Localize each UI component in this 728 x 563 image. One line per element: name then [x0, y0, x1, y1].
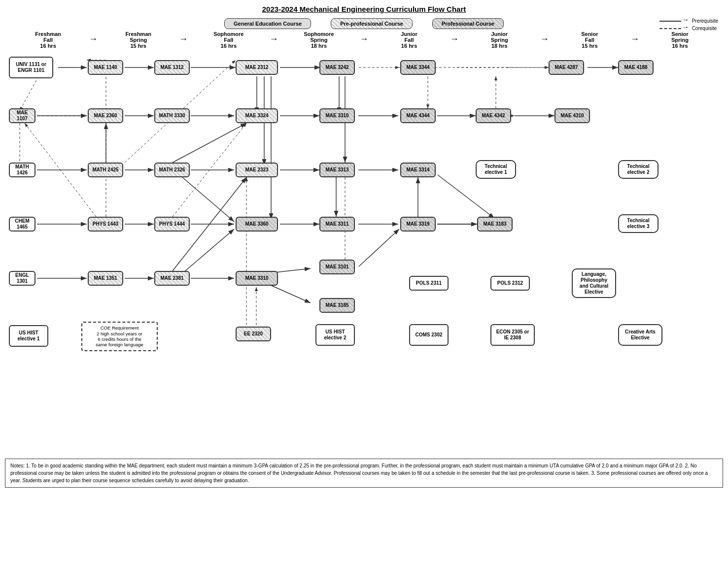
course-mae2360[interactable]: MAE 2360 — [88, 108, 123, 123]
arrow-3: → — [268, 31, 279, 44]
course-mae2381[interactable]: MAE 2381 — [154, 271, 190, 286]
notes-text: Notes: 1. To be in good academic standin… — [10, 463, 708, 483]
course-coms2302[interactable]: COMS 2302 — [409, 324, 449, 346]
course-phys1443[interactable]: PHYS 1443 — [88, 217, 123, 232]
sem-freshman-spring: FreshmanSpring15 hrs — [99, 31, 177, 49]
course-phys1444[interactable]: PHYS 1444 — [154, 217, 190, 232]
course-tech-elective3[interactable]: Technical elective 3 — [618, 214, 659, 233]
prereq-label: Prerequisite — [692, 18, 718, 24]
flowchart-area: UNIV 1131 or ENGR 1101 MAE 1140 MAE 1312… — [5, 52, 723, 456]
course-tech-elective2[interactable]: Technical elective 2 — [618, 160, 659, 179]
course-math2326[interactable]: MATH 2326 — [154, 163, 190, 177]
course-chem1465[interactable]: CHEM 1465 — [9, 217, 35, 232]
arrow-4: → — [358, 31, 370, 44]
svg-line-49 — [182, 229, 234, 273]
sem-sophomore-spring: SophomoreSpring18 hrs — [279, 31, 358, 49]
course-math2425[interactable]: MATH 2425 — [88, 163, 123, 177]
course-mae4342[interactable]: MAE 4342 — [476, 108, 511, 123]
legend-general: General Education Course — [224, 18, 311, 29]
course-ushist-e2[interactable]: US HIST elective 2 — [315, 324, 355, 346]
course-mae3310b[interactable]: MAE 3310 — [236, 271, 278, 286]
course-mae3344[interactable]: MAE 3344 — [400, 60, 436, 75]
course-econ2305[interactable]: ECON 2305 or IE 2308 — [490, 324, 535, 346]
course-mae2312[interactable]: MAE 2312 — [236, 60, 278, 75]
course-mae4287[interactable]: MAE 4287 — [549, 60, 584, 75]
course-mae1312[interactable]: MAE 1312 — [154, 60, 190, 75]
course-univ1131[interactable]: UNIV 1131 or ENGR 1101 — [9, 57, 53, 78]
course-pols2311[interactable]: POLS 2311 — [409, 276, 449, 291]
course-mae4310[interactable]: MAE 4310 — [555, 108, 590, 123]
course-mae3183[interactable]: MAE 3183 — [477, 217, 513, 232]
sem-freshman-fall: FreshmanFall16 hrs — [9, 31, 87, 49]
arrow-7: → — [629, 31, 641, 44]
legend-key: Prerequisite Corequisite — [659, 18, 718, 31]
arrow-1: → — [87, 31, 99, 44]
course-mae3101[interactable]: MAE 3101 — [319, 260, 355, 274]
coreq-arrow-icon — [659, 26, 689, 31]
sem-senior-spring: SeniorSpring16 hrs — [641, 31, 719, 49]
course-mae3313[interactable]: MAE 3313 — [319, 163, 355, 177]
course-mae3314[interactable]: MAE 3314 — [400, 163, 436, 177]
legend-area: General Education Course Pre-professiona… — [5, 18, 723, 29]
sem-senior-fall: SeniorFall15 hrs — [551, 31, 629, 49]
course-ee2320[interactable]: EE 2320 — [236, 327, 271, 341]
course-mae3311[interactable]: MAE 3311 — [319, 217, 355, 232]
course-mae3319[interactable]: MAE 3319 — [400, 217, 436, 232]
course-mae1351[interactable]: MAE 1351 — [88, 271, 123, 286]
svg-line-60 — [438, 175, 494, 218]
arrow-2: → — [177, 31, 189, 44]
course-mae3324[interactable]: MAE 3324 — [236, 108, 278, 123]
course-mae3360[interactable]: MAE 3360 — [236, 217, 278, 232]
course-mae4344[interactable]: MAE 4344 — [400, 108, 436, 123]
course-coe-req: COE Requirement 2 high school years or 6… — [81, 322, 158, 351]
course-math1426[interactable]: MATH 1426 — [9, 163, 35, 177]
svg-line-53 — [20, 76, 38, 111]
svg-line-28 — [173, 123, 246, 163]
course-pols2312[interactable]: POLS 2312 — [490, 276, 530, 291]
course-mae1140[interactable]: MAE 1140 — [88, 60, 123, 75]
course-mae3185[interactable]: MAE 3185 — [319, 298, 355, 313]
arrow-5: → — [449, 31, 460, 44]
legend-pro: Professional Course — [432, 18, 504, 29]
sem-junior-spring: JuniorSpring18 hrs — [460, 31, 539, 49]
notes-section: Notes: 1. To be in good academic standin… — [5, 459, 723, 488]
sem-sophomore-fall: SophomoreFall16 hrs — [189, 31, 268, 49]
course-mae2323[interactable]: MAE 2323 — [236, 163, 278, 177]
arrow-6: → — [539, 31, 551, 44]
course-ushist-e1[interactable]: US HIST elective 1 — [9, 325, 48, 347]
legend-prepro: Pre-professional Course — [331, 18, 413, 29]
coreq-label: Corequisite — [692, 26, 717, 31]
course-mae1107[interactable]: MAE 1107 — [9, 108, 35, 123]
svg-line-46 — [266, 283, 311, 303]
svg-line-29 — [182, 177, 234, 222]
course-mae3310[interactable]: MAE 3310 — [319, 108, 355, 123]
coreq-key-row: Corequisite — [659, 26, 718, 31]
sem-junior-fall: JuniorFall16 hrs — [370, 31, 449, 49]
course-creative-arts[interactable]: Creative Arts Elective — [618, 324, 662, 346]
course-lang-phil-cult[interactable]: Language, Philosophy and Cultural Electi… — [572, 268, 616, 298]
course-tech-elective1[interactable]: Technical elective 1 — [476, 160, 516, 179]
svg-line-47 — [359, 229, 399, 266]
page-title: 2023-2024 Mechanical Engineering Curricu… — [5, 5, 723, 13]
course-mae4188[interactable]: MAE 4188 — [618, 60, 654, 75]
page: 2023-2024 Mechanical Engineering Curricu… — [0, 0, 728, 563]
course-engl1301[interactable]: ENGL 1301 — [9, 271, 35, 286]
course-math3330[interactable]: MATH 3330 — [154, 108, 190, 123]
course-mae3242[interactable]: MAE 3242 — [319, 60, 355, 75]
